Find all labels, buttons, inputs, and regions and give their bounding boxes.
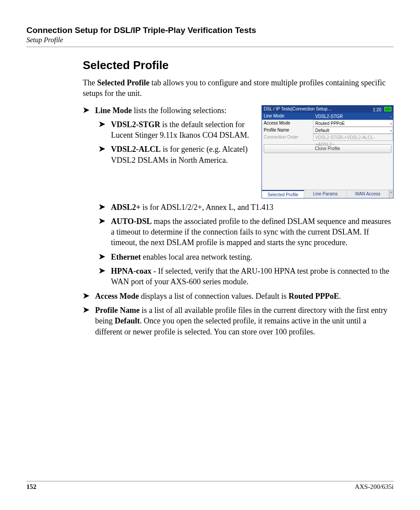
bullet-text: Access Mode displays a list of connectio… (95, 291, 394, 301)
tab-scroll-indicator[interactable]: ▸ (389, 190, 393, 198)
product-model: AXS-200/635i (355, 483, 394, 491)
bullet-text: Profile Name is a list of all available … (95, 305, 394, 337)
bullet-text: HPNA-coax - If selected, verify that the… (111, 266, 394, 287)
arrow-icon: ➤ (99, 144, 111, 165)
bullet-access-mode: ➤ Access Mode displays a list of connect… (83, 291, 394, 301)
term: VDSL2-ALCL (111, 145, 161, 154)
battery-icon (384, 107, 391, 111)
value-profile-name-text: Default (315, 128, 329, 133)
arrow-icon: ➤ (99, 202, 111, 213)
bullet-hpna-coax: ➤ HPNA-coax - If selected, verify that t… (83, 266, 394, 287)
bullet-text: VDSL2-ALCL is for generic (e.g. Alcatel)… (111, 144, 257, 165)
tab-wan-access[interactable]: WAN Access (347, 190, 389, 198)
device-title-text: DSL / IP Tests|Connection Setup… (264, 106, 332, 113)
label-connection-order: Connection Order (262, 134, 313, 141)
rest: is for ADSL1/2/2+, Annex L, and T1.413 (140, 203, 273, 212)
document-page: Connection Setup for DSL/IP Triple-Play … (0, 0, 420, 510)
term2: Default (115, 316, 140, 325)
arrow-icon: ➤ (83, 105, 95, 116)
bullet-text: Ethernet enables local area network test… (111, 252, 394, 262)
footer-divider (26, 481, 394, 481)
bullet-auto-dsl: ➤ AUTO-DSL maps the associated profile t… (83, 216, 394, 248)
value-access-mode-text: Routed PPPoE (315, 121, 345, 126)
label-access-mode: Access Mode (262, 120, 313, 127)
end: . (339, 292, 341, 301)
arrow-icon: ➤ (99, 119, 111, 141)
chapter-title: Connection Setup for DSL/IP Triple-Play … (26, 26, 394, 35)
tab-selected-profile[interactable]: Selected Profile (262, 190, 304, 198)
value-profile-name[interactable]: Default▾ (313, 127, 393, 134)
bullet-vdsl2-alcl: ➤ VDSL2-ALCL is for generic (e.g. Alcate… (83, 144, 257, 165)
value-connection-order: VDSL2-STGR->VDSL2-ALCL->ADSL2+ (313, 134, 393, 141)
value-line-mode-text: VDSL2-STGR (315, 114, 343, 119)
arrow-icon: ➤ (83, 291, 95, 301)
page-number: 152 (26, 483, 37, 491)
device-clock: 1:20 (373, 107, 381, 112)
term: AUTO-DSL (111, 217, 152, 226)
arrow-icon: ➤ (83, 305, 95, 337)
header-divider (26, 47, 394, 47)
row-profile-name[interactable]: Profile Name Default▾ (262, 127, 393, 134)
body-column: The Selected Profile tab allows you to c… (83, 77, 394, 337)
intro-prefix: The (83, 78, 97, 87)
term: HPNA-coax (111, 267, 151, 275)
arrow-icon: ➤ (99, 216, 111, 248)
arrow-icon: ➤ (99, 252, 111, 262)
row-connection-order: Connection Order VDSL2-STGR->VDSL2-ALCL-… (262, 134, 393, 141)
bullet-profile-name: ➤ Profile Name is a list of all availabl… (83, 305, 394, 337)
term: Profile Name (95, 306, 140, 315)
value-access-mode[interactable]: Routed PPPoE▾ (313, 120, 393, 127)
chevron-right-icon: ▸ (390, 190, 393, 195)
term: Access Mode (95, 292, 139, 301)
term: Line Mode (95, 106, 132, 115)
arrow-icon: ➤ (99, 266, 111, 287)
bullet-ethernet: ➤ Ethernet enables local area network te… (83, 252, 394, 262)
device-screenshot: DSL / IP Tests|Connection Setup… 1:20 Li… (262, 105, 394, 198)
bullet-vdsl2-stgr: ➤ VDSL2-STGR is the default selection fo… (83, 119, 257, 141)
intro-paragraph: The Selected Profile tab allows you to c… (83, 77, 394, 99)
term: VDSL2-STGR (111, 120, 160, 129)
term2: Routed PPPoE (288, 292, 339, 301)
label-profile-name: Profile Name (262, 127, 313, 134)
value-line-mode[interactable]: VDSL2-STGR▾ (313, 113, 393, 120)
bullet-text: ADSL2+ is for ADSL1/2/2+, Annex L, and T… (111, 202, 394, 213)
bullet-text: Line Mode lists the following selections… (95, 105, 257, 116)
device-tab-bar: Selected Profile Line Params WAN Access … (262, 190, 393, 198)
device-title-right: 1:20 (373, 106, 391, 113)
bullet-text: AUTO-DSL maps the associated profile to … (111, 216, 394, 248)
device-titlebar: DSL / IP Tests|Connection Setup… 1:20 (262, 106, 393, 113)
tab-line-params[interactable]: Line Params (304, 190, 346, 198)
row-line-mode[interactable]: Line Mode VDSL2-STGR▾ (262, 113, 393, 120)
bullet-text: VDSL2-STGR is the default selection for … (111, 119, 257, 141)
mid: displays a list of connection values. De… (139, 292, 288, 301)
bullet-line-mode: ➤ Line Mode lists the following selectio… (83, 105, 257, 116)
term: ADSL2+ (111, 203, 140, 212)
row-access-mode[interactable]: Access Mode Routed PPPoE▾ (262, 120, 393, 127)
page-footer: 152 AXS-200/635i (26, 481, 394, 491)
bullet-adsl2plus: ➤ ADSL2+ is for ADSL1/2/2+, Annex L, and… (83, 202, 394, 213)
rest: - If selected, verify that the ARU-100 H… (111, 267, 389, 286)
chapter-subtitle: Setup Profile (26, 36, 394, 44)
section-title: Selected Profile (83, 59, 394, 72)
term: Ethernet (111, 253, 141, 261)
rest: enables local area network testing. (141, 253, 252, 261)
float-wrap: DSL / IP Tests|Connection Setup… 1:20 Li… (83, 105, 394, 202)
rest: lists the following selections: (132, 106, 227, 115)
rest: maps the associated profile to the defin… (111, 217, 391, 247)
label-line-mode: Line Mode (262, 113, 313, 120)
intro-term: Selected Profile (97, 78, 149, 87)
